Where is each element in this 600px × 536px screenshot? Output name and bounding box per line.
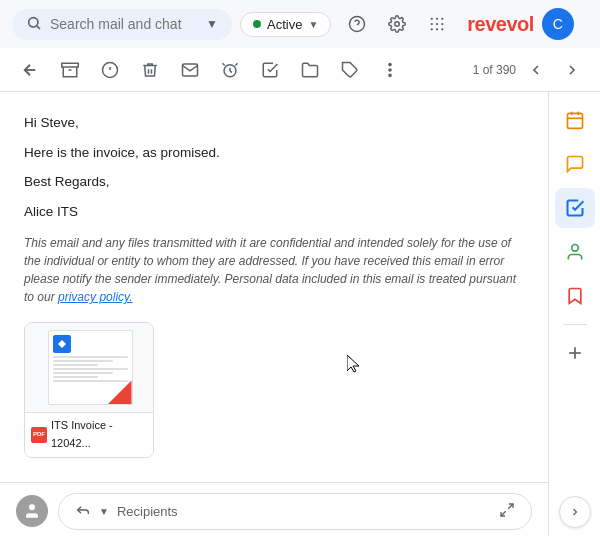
next-page-button[interactable] bbox=[556, 54, 588, 86]
svg-point-25 bbox=[29, 504, 35, 510]
sidebar-bottom bbox=[559, 496, 591, 528]
line1 bbox=[53, 356, 128, 358]
reply-area: ▼ Recipients bbox=[0, 482, 548, 536]
email-disclaimer: This email and any files transmitted wit… bbox=[24, 234, 524, 306]
snooze-button[interactable] bbox=[212, 52, 248, 88]
svg-point-8 bbox=[431, 23, 433, 25]
topbar-icons bbox=[339, 6, 455, 42]
svg-rect-15 bbox=[62, 63, 79, 67]
email-attachment[interactable]: PDF ITS Invoice - 12042... bbox=[24, 322, 154, 457]
sidebar-bookmark-button[interactable] bbox=[555, 276, 595, 316]
user-avatar[interactable]: C bbox=[542, 8, 574, 40]
sidebar-expand-button[interactable] bbox=[559, 496, 591, 528]
label-button[interactable] bbox=[332, 52, 368, 88]
search-bar[interactable]: ▼ bbox=[12, 9, 232, 40]
archive-button[interactable] bbox=[52, 52, 88, 88]
sidebar-tasks-button[interactable] bbox=[555, 188, 595, 228]
email-greeting: Hi Steve, bbox=[24, 112, 524, 134]
help-button[interactable] bbox=[339, 6, 375, 42]
svg-point-7 bbox=[441, 18, 443, 20]
line7 bbox=[53, 380, 128, 382]
reply-box-left: ▼ Recipients bbox=[75, 502, 178, 521]
email-signature: Alice ITS bbox=[24, 201, 524, 223]
email-line1: Here is the invoice, as promised. bbox=[24, 142, 524, 164]
pdf-corner-mark bbox=[108, 380, 132, 404]
settings-button[interactable] bbox=[379, 6, 415, 42]
sidebar-add-button[interactable] bbox=[555, 333, 595, 373]
page-indicator: 1 of 390 bbox=[473, 63, 516, 77]
task-button[interactable] bbox=[252, 52, 288, 88]
sidebar-calendar-button[interactable] bbox=[555, 100, 595, 140]
svg-point-32 bbox=[571, 245, 578, 252]
line6 bbox=[53, 376, 98, 378]
attachment-logo bbox=[53, 335, 71, 353]
svg-point-22 bbox=[388, 62, 392, 66]
search-dropdown-icon[interactable]: ▼ bbox=[206, 17, 218, 31]
brand-name: revevol bbox=[467, 13, 534, 36]
privacy-policy-link[interactable]: privacy policy. bbox=[58, 290, 132, 304]
svg-point-12 bbox=[436, 28, 438, 30]
reply-recipients-label: Recipients bbox=[117, 504, 178, 519]
search-input[interactable] bbox=[50, 16, 198, 32]
active-dropdown-icon: ▼ bbox=[308, 19, 318, 30]
attachment-thumbnail bbox=[48, 330, 133, 405]
reply-forward-icon bbox=[75, 502, 91, 521]
attachment-preview bbox=[25, 323, 154, 413]
reply-expand-icon[interactable] bbox=[499, 502, 515, 521]
main-layout: Hi Steve, Here is the invoice, as promis… bbox=[0, 92, 600, 536]
svg-point-5 bbox=[431, 18, 433, 20]
svg-point-10 bbox=[441, 23, 443, 25]
svg-line-1 bbox=[37, 26, 40, 29]
svg-point-0 bbox=[29, 17, 38, 26]
delete-button[interactable] bbox=[132, 52, 168, 88]
line4 bbox=[53, 368, 128, 370]
right-sidebar bbox=[548, 92, 600, 536]
svg-line-27 bbox=[501, 511, 506, 516]
attachment-filename: ITS Invoice - 12042... bbox=[51, 417, 147, 452]
active-label: Active bbox=[267, 17, 302, 32]
more-button[interactable] bbox=[372, 52, 408, 88]
topbar: ▼ Active ▼ revevol bbox=[0, 0, 600, 48]
email-button[interactable] bbox=[172, 52, 208, 88]
svg-point-11 bbox=[431, 28, 433, 30]
svg-point-9 bbox=[436, 23, 438, 25]
sidebar-contacts-button[interactable] bbox=[555, 232, 595, 272]
svg-rect-28 bbox=[567, 113, 582, 128]
email-toolbar: 1 of 390 bbox=[0, 48, 600, 92]
back-button[interactable] bbox=[12, 52, 48, 88]
apps-button[interactable] bbox=[419, 6, 455, 42]
spam-button[interactable] bbox=[92, 52, 128, 88]
line5 bbox=[53, 372, 113, 374]
brand-area: revevol bbox=[463, 13, 534, 36]
pdf-type-icon: PDF bbox=[31, 427, 47, 443]
sidebar-chat-button[interactable] bbox=[555, 144, 595, 184]
reply-dropdown-icon: ▼ bbox=[99, 506, 109, 517]
email-content-area: Hi Steve, Here is the invoice, as promis… bbox=[0, 92, 548, 536]
reply-box[interactable]: ▼ Recipients bbox=[58, 493, 532, 530]
svg-point-23 bbox=[388, 68, 392, 72]
line2 bbox=[53, 360, 113, 362]
active-status-badge[interactable]: Active ▼ bbox=[240, 12, 331, 37]
active-dot-icon bbox=[253, 20, 261, 28]
reply-avatar bbox=[16, 495, 48, 527]
sidebar-divider bbox=[563, 324, 587, 325]
prev-page-button[interactable] bbox=[520, 54, 552, 86]
line3 bbox=[53, 364, 98, 366]
email-closing: Best Regards, bbox=[24, 171, 524, 193]
search-icon bbox=[26, 15, 42, 34]
attachment-label-row: PDF ITS Invoice - 12042... bbox=[25, 413, 153, 456]
email-body: Hi Steve, Here is the invoice, as promis… bbox=[0, 92, 548, 474]
svg-point-6 bbox=[436, 18, 438, 20]
svg-line-26 bbox=[508, 504, 513, 509]
svg-point-4 bbox=[395, 22, 400, 27]
move-button[interactable] bbox=[292, 52, 328, 88]
svg-point-24 bbox=[388, 73, 392, 77]
svg-point-13 bbox=[441, 28, 443, 30]
